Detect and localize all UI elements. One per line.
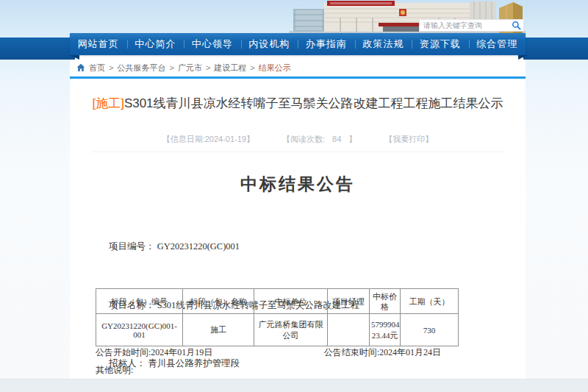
breadcrumb: 首页 > 公共服务平台 > 广元市 > 建设工程 > 结果公示 [76, 62, 291, 74]
breadcrumb-item-home[interactable]: 首页 [89, 63, 105, 74]
breadcrumb-item-construction[interactable]: 建设工程 [214, 63, 246, 74]
blue-divider [70, 76, 526, 79]
meta-views-suffix: 】 [348, 135, 356, 143]
breadcrumb-separator: > [109, 63, 113, 72]
cell-section-name: 施工 [183, 314, 254, 346]
notice-start-date: 公告开始时间:2024年01月19日 [96, 346, 212, 359]
search-input[interactable] [422, 21, 512, 30]
page-title: [施工]S301线青川县凉水经转嘴子至马鬃关公路改建工程工程施工结果公示 [81, 94, 514, 113]
title-category-tag: [施工] [92, 96, 123, 110]
breadcrumb-separator: > [206, 63, 210, 72]
breadcrumb-item-results: 结果公示 [259, 63, 291, 74]
nav-item-downloads[interactable]: 资源下载 [412, 33, 469, 55]
nav-item-about[interactable]: 中心简介 [127, 33, 184, 55]
col-header-duration: 工期（天） [401, 289, 459, 314]
search-box [419, 19, 524, 32]
bid-result-table: 标段（包）编号 标段（包）名称 中标单位 项目经理 中标价格 工期（天） GY2… [96, 288, 459, 346]
nav-ribbon-right [523, 38, 588, 60]
nav-item-leaders[interactable]: 中心领导 [184, 33, 241, 55]
table-header-row: 标段（包）编号 标段（包）名称 中标单位 项目经理 中标价格 工期（天） [96, 289, 459, 314]
col-header-section-name: 标段（包）名称 [183, 289, 254, 314]
col-header-section-number: 标段（包）编号 [96, 289, 183, 314]
breadcrumb-item-platform[interactable]: 公共服务平台 [117, 63, 165, 74]
col-header-winner: 中标单位 [254, 289, 328, 314]
nav-item-guide[interactable]: 办事指南 [298, 33, 355, 55]
nav-item-admin[interactable]: 综合管理 [469, 33, 526, 55]
home-icon[interactable] [76, 63, 85, 72]
search-icon[interactable] [512, 21, 521, 30]
breadcrumb-separator: > [250, 63, 254, 72]
main-nav: 网站首页 中心简介 中心领导 内设机构 办事指南 政策法规 资源下载 综合管理 [70, 33, 526, 55]
col-header-manager: 项目经理 [328, 289, 370, 314]
notice-end-date: 公告结束时间:2024年01月24日 [324, 346, 441, 359]
notice-dates: 公告开始时间:2024年01月19日 公告结束时间:2024年01月24日 [96, 346, 441, 359]
print-button[interactable]: 【我要打印】 [384, 134, 433, 145]
cell-winner: 广元路桥集团有限公司 [254, 314, 328, 346]
nav-item-home[interactable]: 网站首页 [70, 33, 127, 55]
table-row: GY20231220(GC)001-001 施工 广元路桥集团有限公司 5799… [96, 314, 459, 346]
page: 网站首页 中心简介 中心领导 内设机构 办事指南 政策法规 资源下载 综合管理 … [0, 0, 588, 392]
nav-ribbon-left [0, 38, 75, 60]
nav-item-orgs[interactable]: 内设机构 [241, 33, 298, 55]
title-text: S301线青川县凉水经转嘴子至马鬃关公路改建工程工程施工结果公示 [124, 96, 503, 110]
meta-views-count: 84 [332, 135, 341, 143]
nav-item-policies[interactable]: 政策法规 [355, 33, 412, 55]
other-notes-label: 其他说明: [96, 364, 133, 377]
meta-views: 【阅读次数:84】 [282, 134, 356, 145]
cell-section-number: GY20231220(GC)001-001 [96, 314, 183, 346]
article-meta: 【信息日期:2024-01-19】 【阅读次数:84】 【我要打印】 [92, 134, 503, 152]
document-title: 中标结果公告 [70, 173, 526, 196]
field-project-number: 项目编号： GY20231220(GC)001 [109, 237, 462, 257]
meta-date: 【信息日期:2024-01-19】 [162, 134, 254, 145]
col-header-price: 中标价格 [370, 289, 401, 314]
cell-duration: 730 [401, 314, 459, 346]
cell-manager [328, 314, 370, 346]
cell-price: 5799904 23.44元 [370, 314, 401, 346]
breadcrumb-item-city[interactable]: 广元市 [178, 63, 202, 74]
breadcrumb-separator: > [169, 63, 173, 72]
meta-views-prefix: 【阅读次数: [282, 135, 325, 143]
